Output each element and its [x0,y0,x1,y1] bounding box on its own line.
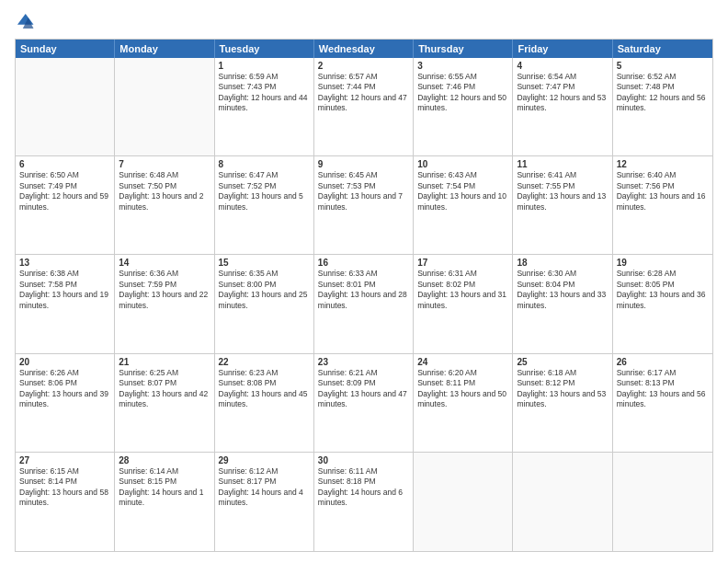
day-number: 25 [517,357,608,367]
cell-text: Sunrise: 6:50 AM Sunset: 7:49 PM Dayligh… [19,170,110,213]
cal-cell-27: 27Sunrise: 6:15 AM Sunset: 8:14 PM Dayli… [16,453,115,551]
cal-cell-23: 23Sunrise: 6:21 AM Sunset: 8:09 PM Dayli… [314,354,414,452]
day-number: 22 [219,357,310,367]
cell-text: Sunrise: 6:28 AM Sunset: 8:05 PM Dayligh… [617,269,709,311]
cal-cell-17: 17Sunrise: 6:31 AM Sunset: 8:02 PM Dayli… [414,255,513,352]
day-number: 29 [219,455,310,465]
day-number: 18 [517,258,608,268]
day-number: 26 [617,357,709,367]
cal-cell-9: 9Sunrise: 6:45 AM Sunset: 7:53 PM Daylig… [314,156,414,254]
header-day-tuesday: Tuesday [215,40,314,58]
cal-cell-empty-0-1 [115,58,214,155]
day-number: 4 [517,61,608,71]
cell-text: Sunrise: 6:41 AM Sunset: 7:55 PM Dayligh… [517,170,608,213]
cell-text: Sunrise: 6:35 AM Sunset: 8:00 PM Dayligh… [219,269,310,311]
day-number: 23 [318,357,409,367]
week-row-4: 27Sunrise: 6:15 AM Sunset: 8:14 PM Dayli… [16,453,712,551]
day-number: 13 [19,258,110,268]
cal-cell-20: 20Sunrise: 6:26 AM Sunset: 8:06 PM Dayli… [16,354,115,452]
cell-text: Sunrise: 6:31 AM Sunset: 8:02 PM Dayligh… [417,269,508,311]
cell-text: Sunrise: 6:17 AM Sunset: 8:13 PM Dayligh… [617,368,709,410]
day-number: 3 [417,61,508,71]
day-number: 28 [119,455,210,465]
cell-text: Sunrise: 6:47 AM Sunset: 7:52 PM Dayligh… [219,170,310,213]
header-day-monday: Monday [115,40,214,58]
day-number: 24 [417,357,508,367]
cell-text: Sunrise: 6:30 AM Sunset: 8:04 PM Dayligh… [517,269,608,311]
cell-text: Sunrise: 6:14 AM Sunset: 8:15 PM Dayligh… [119,466,210,509]
day-number: 19 [617,258,709,268]
cal-cell-21: 21Sunrise: 6:25 AM Sunset: 8:07 PM Dayli… [115,354,214,452]
cal-cell-11: 11Sunrise: 6:41 AM Sunset: 7:55 PM Dayli… [513,156,612,254]
day-number: 1 [219,61,310,71]
cal-cell-1: 1Sunrise: 6:59 AM Sunset: 7:43 PM Daylig… [215,58,314,155]
header [15,11,713,31]
cell-text: Sunrise: 6:21 AM Sunset: 8:09 PM Dayligh… [318,368,409,410]
cal-cell-15: 15Sunrise: 6:35 AM Sunset: 8:00 PM Dayli… [215,255,314,352]
cell-text: Sunrise: 6:52 AM Sunset: 7:48 PM Dayligh… [617,72,709,114]
cal-cell-16: 16Sunrise: 6:33 AM Sunset: 8:01 PM Dayli… [314,255,414,352]
day-number: 27 [19,455,110,465]
cal-cell-22: 22Sunrise: 6:23 AM Sunset: 8:08 PM Dayli… [215,354,314,452]
day-number: 17 [417,258,508,268]
day-number: 6 [19,159,110,169]
cal-cell-30: 30Sunrise: 6:11 AM Sunset: 8:18 PM Dayli… [314,453,414,551]
cell-text: Sunrise: 6:11 AM Sunset: 8:18 PM Dayligh… [318,466,409,509]
cell-text: Sunrise: 6:23 AM Sunset: 8:08 PM Dayligh… [219,368,310,410]
day-number: 5 [617,61,709,71]
cal-cell-empty-4-6 [613,453,712,551]
logo [15,11,39,31]
header-day-sunday: Sunday [16,40,115,58]
cell-text: Sunrise: 6:54 AM Sunset: 7:47 PM Dayligh… [517,72,608,114]
cell-text: Sunrise: 6:25 AM Sunset: 8:07 PM Dayligh… [119,368,210,410]
logo-icon [15,11,35,31]
cal-cell-14: 14Sunrise: 6:36 AM Sunset: 7:59 PM Dayli… [115,255,214,352]
cal-cell-3: 3Sunrise: 6:55 AM Sunset: 7:46 PM Daylig… [414,58,513,155]
day-number: 11 [517,159,608,169]
cell-text: Sunrise: 6:20 AM Sunset: 8:11 PM Dayligh… [417,368,508,410]
cal-cell-empty-4-5 [513,453,612,551]
cal-cell-4: 4Sunrise: 6:54 AM Sunset: 7:47 PM Daylig… [513,58,612,155]
day-number: 14 [119,258,210,268]
svg-marker-0 [17,14,34,25]
week-row-3: 20Sunrise: 6:26 AM Sunset: 8:06 PM Dayli… [16,354,712,453]
day-number: 10 [417,159,508,169]
day-number: 21 [119,357,210,367]
cell-text: Sunrise: 6:40 AM Sunset: 7:56 PM Dayligh… [617,170,709,213]
cal-cell-26: 26Sunrise: 6:17 AM Sunset: 8:13 PM Dayli… [613,354,712,452]
cal-cell-empty-4-4 [414,453,513,551]
header-day-friday: Friday [513,40,612,58]
cell-text: Sunrise: 6:15 AM Sunset: 8:14 PM Dayligh… [19,466,110,509]
cell-text: Sunrise: 6:43 AM Sunset: 7:54 PM Dayligh… [417,170,508,213]
calendar-header: SundayMondayTuesdayWednesdayThursdayFrid… [16,40,712,58]
cal-cell-12: 12Sunrise: 6:40 AM Sunset: 7:56 PM Dayli… [613,156,712,254]
cal-cell-25: 25Sunrise: 6:18 AM Sunset: 8:12 PM Dayli… [513,354,612,452]
cell-text: Sunrise: 6:36 AM Sunset: 7:59 PM Dayligh… [119,269,210,311]
cell-text: Sunrise: 6:48 AM Sunset: 7:50 PM Dayligh… [119,170,210,213]
cell-text: Sunrise: 6:33 AM Sunset: 8:01 PM Dayligh… [318,269,409,311]
cal-cell-7: 7Sunrise: 6:48 AM Sunset: 7:50 PM Daylig… [115,156,214,254]
cal-cell-2: 2Sunrise: 6:57 AM Sunset: 7:44 PM Daylig… [314,58,414,155]
header-day-wednesday: Wednesday [314,40,414,58]
header-day-thursday: Thursday [414,40,513,58]
cal-cell-19: 19Sunrise: 6:28 AM Sunset: 8:05 PM Dayli… [613,255,712,352]
cal-cell-29: 29Sunrise: 6:12 AM Sunset: 8:17 PM Dayli… [215,453,314,551]
day-number: 30 [318,455,409,465]
day-number: 9 [318,159,409,169]
day-number: 20 [19,357,110,367]
cell-text: Sunrise: 6:45 AM Sunset: 7:53 PM Dayligh… [318,170,409,213]
day-number: 15 [219,258,310,268]
cal-cell-13: 13Sunrise: 6:38 AM Sunset: 7:58 PM Dayli… [16,255,115,352]
cal-cell-18: 18Sunrise: 6:30 AM Sunset: 8:04 PM Dayli… [513,255,612,352]
cell-text: Sunrise: 6:12 AM Sunset: 8:17 PM Dayligh… [219,466,310,509]
header-day-saturday: Saturday [613,40,712,58]
week-row-0: 1Sunrise: 6:59 AM Sunset: 7:43 PM Daylig… [16,58,712,156]
day-number: 12 [617,159,709,169]
calendar: SundayMondayTuesdayWednesdayThursdayFrid… [15,39,713,552]
cal-cell-24: 24Sunrise: 6:20 AM Sunset: 8:11 PM Dayli… [414,354,513,452]
cal-cell-10: 10Sunrise: 6:43 AM Sunset: 7:54 PM Dayli… [414,156,513,254]
week-row-1: 6Sunrise: 6:50 AM Sunset: 7:49 PM Daylig… [16,156,712,255]
cell-text: Sunrise: 6:57 AM Sunset: 7:44 PM Dayligh… [318,72,409,114]
cell-text: Sunrise: 6:26 AM Sunset: 8:06 PM Dayligh… [19,368,110,410]
cell-text: Sunrise: 6:18 AM Sunset: 8:12 PM Dayligh… [517,368,608,410]
